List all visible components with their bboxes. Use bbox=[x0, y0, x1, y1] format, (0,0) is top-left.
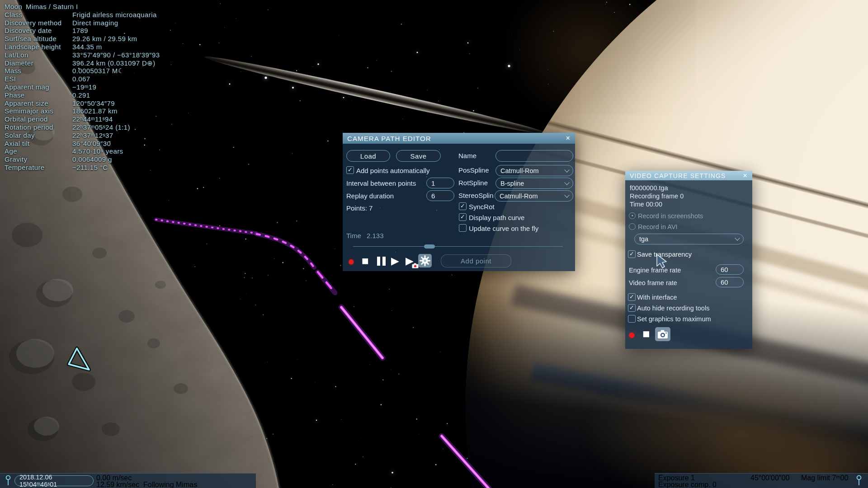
info-row: Diameter396.24 km (0.031097 D⊕) bbox=[5, 59, 194, 67]
info-row: Orbital period22ʰ44ᵐ11ˢ94 bbox=[5, 115, 194, 123]
following-target: Following Mimas bbox=[143, 481, 197, 488]
posspline-dropdown[interactable]: Catmull-Rom bbox=[495, 165, 573, 176]
window-title: VIDEO CAPTURE SETTINGS bbox=[630, 172, 726, 179]
recording-frame-text: Recording frame 0 bbox=[630, 192, 684, 200]
replay-input[interactable]: 6 bbox=[426, 190, 454, 201]
spaceengine-viewport: CAMERA PATH EDITOR × Load Save Name ✓ Ad… bbox=[0, 0, 868, 488]
chevron-down-icon bbox=[564, 192, 569, 197]
play-button[interactable]: ▶ bbox=[391, 256, 399, 266]
info-row: Discovery methodDirect imaging bbox=[5, 19, 194, 27]
window-title: CAMERA PATH EDITOR bbox=[347, 135, 431, 142]
add-point-button[interactable]: Add point bbox=[441, 254, 511, 267]
time-slider[interactable] bbox=[353, 246, 563, 247]
stereospline-dropdown[interactable]: Catmull-Rom bbox=[495, 190, 573, 202]
stop-button[interactable]: ■ bbox=[362, 255, 369, 267]
save-transparency-checkbox[interactable]: ✓ bbox=[628, 250, 636, 258]
record-button[interactable]: ● bbox=[628, 328, 636, 341]
name-label: Name bbox=[458, 152, 476, 160]
close-icon[interactable]: × bbox=[743, 172, 748, 179]
recording-time-text: Time 00:00 bbox=[630, 201, 662, 208]
interval-label: Interval between points bbox=[346, 179, 416, 187]
info-row: Discovery date1789 bbox=[5, 27, 194, 35]
camera-path-editor-titlebar[interactable]: CAMERA PATH EDITOR × bbox=[343, 133, 575, 144]
auto-hide-label: Auto hide recording tools bbox=[637, 305, 709, 312]
camera-path-editor-window: CAMERA PATH EDITOR × Load Save Name ✓ Ad… bbox=[343, 133, 575, 271]
info-row: Apparent size120°50'34″79 bbox=[5, 99, 194, 108]
load-button[interactable]: Load bbox=[346, 150, 390, 162]
info-row: Surf/sea altitude29.26 km / 29.59 km bbox=[5, 35, 194, 43]
add-points-label: Add points automatically bbox=[356, 167, 430, 174]
auto-hide-checkbox[interactable]: ✓ bbox=[628, 304, 636, 312]
video-capture-titlebar[interactable]: VIDEO CAPTURE SETTINGS × bbox=[625, 171, 752, 180]
info-row: Rotation period22ʰ37ᵐ05ˢ24 (1:1) bbox=[5, 123, 194, 131]
points-count-label: Points: 7 bbox=[346, 204, 373, 212]
video-capture-settings-window: VIDEO CAPTURE SETTINGS × f0000000.tga Re… bbox=[625, 171, 752, 349]
time-label: Time bbox=[346, 232, 361, 239]
interval-input[interactable]: 1 bbox=[426, 178, 454, 188]
info-row: Axial tilt36°40'09″30 bbox=[5, 140, 194, 148]
stereospline-label: StereoSplin bbox=[458, 192, 494, 199]
info-row: Semimajor axis186021.87 km bbox=[5, 107, 194, 115]
location-pin-icon[interactable] bbox=[5, 475, 11, 486]
stop-button[interactable]: ■ bbox=[642, 328, 650, 340]
selection-marker-icon bbox=[69, 348, 89, 370]
format-dropdown[interactable]: tga bbox=[634, 234, 744, 244]
info-row: Temperature−211.15 °C bbox=[5, 164, 194, 172]
record-screenshots-label: Record in screenshots bbox=[638, 212, 703, 220]
info-row: Age4.570·10⁹ years bbox=[5, 147, 194, 155]
pause-button[interactable] bbox=[377, 257, 386, 266]
fov-value: 45°00'00″00 bbox=[750, 474, 789, 482]
exposure-comp-value: Exposure comp. 0 bbox=[658, 481, 717, 488]
camera-icon bbox=[657, 330, 668, 339]
set-graphics-checkbox[interactable] bbox=[628, 315, 636, 323]
object-info-panel: Moon Mimas / Saturn I ClassFrigid airles… bbox=[5, 3, 194, 172]
with-interface-checkbox[interactable]: ✓ bbox=[628, 293, 636, 301]
posspline-label: PosSpline bbox=[458, 166, 489, 174]
mouse-cursor bbox=[656, 254, 668, 269]
info-row: Gravity0.0064009 g bbox=[5, 155, 194, 164]
info-row: Phase0.291 bbox=[5, 91, 194, 99]
camera-badge-icon bbox=[412, 263, 419, 268]
video-framerate-input[interactable]: 60 bbox=[716, 277, 744, 287]
syncrot-checkbox[interactable]: ✓ bbox=[459, 202, 467, 210]
rotspline-label: RotSpline bbox=[458, 179, 488, 187]
info-row: Lat/Lon33°57'49″90 / −63°18'39″93 bbox=[5, 51, 194, 59]
engine-framerate-label: Engine frame rate bbox=[629, 267, 681, 274]
info-row: ClassFrigid airless microaquaria bbox=[5, 11, 194, 19]
info-row: ESI0.067 bbox=[5, 75, 194, 83]
engine-framerate-input[interactable]: 60 bbox=[716, 264, 744, 275]
update-curve-checkbox[interactable] bbox=[459, 224, 467, 232]
mag-limit-value: Mag limit 7ᵐ00 bbox=[801, 474, 848, 482]
object-name: Mimas / Saturn I bbox=[26, 3, 78, 11]
info-row: Apparent mag−19ᵐ19 bbox=[5, 83, 194, 91]
rotspline-dropdown[interactable]: B-spline bbox=[495, 178, 573, 189]
display-path-checkbox[interactable]: ✓ bbox=[459, 213, 467, 221]
syncrot-label: SyncRot bbox=[469, 203, 495, 211]
name-input[interactable] bbox=[495, 150, 573, 162]
chevron-down-icon bbox=[735, 235, 740, 240]
update-curve-label: Update curve on the fly bbox=[469, 225, 538, 232]
date-time-control[interactable]: 2018.12.06 15ʰ04ᵐ46ˢ01 bbox=[14, 475, 94, 486]
record-avi-label: Record in AVI bbox=[638, 223, 678, 230]
close-icon[interactable]: × bbox=[566, 135, 571, 142]
settings-gear-button[interactable] bbox=[418, 254, 432, 267]
record-button[interactable]: ● bbox=[348, 255, 355, 267]
replay-label: Replay duration bbox=[346, 192, 394, 200]
record-screenshots-radio[interactable]: ● bbox=[629, 212, 636, 219]
display-path-label: Display path curve bbox=[469, 214, 524, 221]
screenshot-camera-button[interactable] bbox=[655, 327, 670, 341]
record-avi-radio[interactable] bbox=[629, 223, 636, 230]
info-row: Mass0.00050317 M☾ bbox=[5, 67, 194, 75]
chevron-down-icon bbox=[564, 180, 569, 185]
chevron-down-icon bbox=[564, 167, 569, 172]
info-row: Landscape height344.35 m bbox=[5, 43, 194, 51]
video-framerate-label: Video frame rate bbox=[629, 279, 677, 286]
location-pin-icon[interactable] bbox=[856, 475, 862, 486]
time-value: 2.133 bbox=[367, 232, 384, 239]
time-slider-handle[interactable] bbox=[424, 244, 435, 249]
gear-icon bbox=[419, 255, 431, 267]
info-row: Solar day22ʰ37ᵐ12ˢ37 bbox=[5, 131, 194, 140]
with-interface-label: With interface bbox=[637, 294, 677, 301]
save-button[interactable]: Save bbox=[396, 150, 441, 162]
add-points-checkbox[interactable]: ✓ bbox=[346, 166, 354, 174]
